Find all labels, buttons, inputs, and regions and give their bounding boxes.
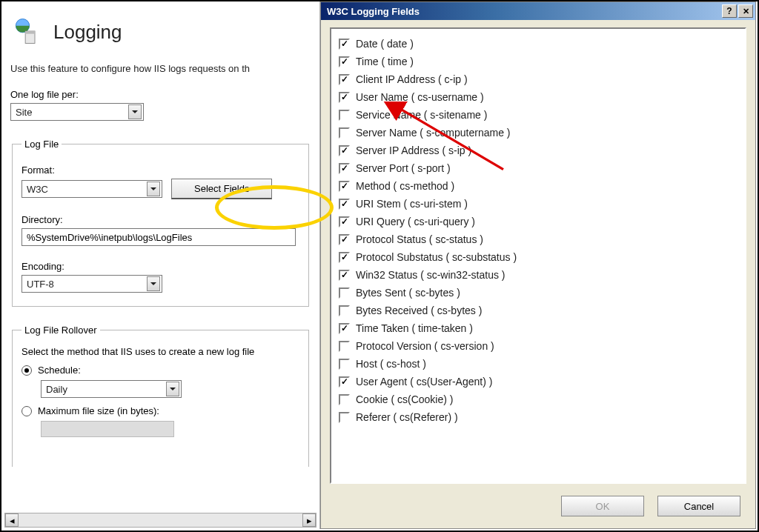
field-checkbox[interactable] — [339, 359, 350, 370]
encoding-dropdown[interactable]: UTF-8 — [21, 275, 162, 293]
field-label: Referer ( cs(Referer) ) — [356, 411, 458, 423]
field-label: Protocol Status ( sc-status ) — [356, 233, 483, 245]
max-size-input — [41, 421, 174, 437]
field-label: Server IP Address ( s-ip ) — [356, 144, 471, 156]
field-row[interactable]: Win32 Status ( sc-win32-status ) — [339, 266, 738, 284]
max-size-label: Maximum file size (in bytes): — [38, 405, 159, 416]
field-row[interactable]: Server Port ( s-port ) — [339, 159, 738, 177]
field-row[interactable]: Bytes Received ( cs-bytes ) — [339, 302, 738, 319]
field-checkbox[interactable] — [339, 412, 350, 423]
field-checkbox[interactable] — [339, 110, 350, 121]
field-checkbox[interactable] — [339, 394, 350, 405]
dialog-title: W3C Logging Fields — [327, 6, 420, 17]
field-label: Cookie ( cs(Cookie) ) — [356, 393, 453, 405]
field-checkbox[interactable] — [339, 92, 350, 103]
chevron-down-icon[interactable] — [166, 382, 179, 396]
field-label: Server Port ( s-port ) — [356, 162, 451, 174]
schedule-dropdown[interactable]: Daily — [41, 380, 182, 398]
field-row[interactable]: Referer ( cs(Referer) ) — [339, 408, 738, 426]
schedule-label: Schedule: — [38, 365, 81, 376]
field-row[interactable]: Time Taken ( time-taken ) — [339, 319, 738, 337]
format-label: Format: — [21, 164, 299, 176]
field-row[interactable]: Bytes Sent ( sc-bytes ) — [339, 284, 738, 302]
field-checkbox[interactable] — [339, 234, 350, 245]
field-row[interactable]: Time ( time ) — [339, 53, 738, 70]
field-row[interactable]: Method ( cs-method ) — [339, 177, 738, 195]
rollover-legend: Log File Rollover — [21, 325, 100, 336]
field-label: Client IP Address ( c-ip ) — [356, 73, 468, 85]
ok-button[interactable]: OK — [561, 496, 644, 516]
field-checkbox[interactable] — [339, 127, 350, 139]
field-checkbox[interactable] — [339, 199, 350, 210]
dialog-titlebar[interactable]: W3C Logging Fields — [321, 2, 755, 20]
fields-list[interactable]: Date ( date )Time ( time )Client IP Addr… — [330, 27, 746, 484]
field-row[interactable]: Host ( cs-host ) — [339, 355, 738, 373]
field-checkbox[interactable] — [339, 56, 350, 67]
directory-input[interactable] — [21, 228, 296, 246]
directory-label: Directory: — [21, 214, 299, 225]
field-row[interactable]: Server IP Address ( s-ip ) — [339, 142, 738, 159]
field-checkbox[interactable] — [339, 74, 350, 85]
scroll-left-icon[interactable]: ◂ — [5, 513, 19, 527]
help-button[interactable] — [722, 4, 737, 18]
format-dropdown[interactable]: W3C — [21, 180, 162, 198]
intro-text: Use this feature to configure how IIS lo… — [10, 63, 311, 74]
one-log-value: Site — [16, 107, 125, 118]
field-checkbox[interactable] — [339, 145, 350, 156]
field-row[interactable]: Protocol Substatus ( sc-substatus ) — [339, 248, 738, 266]
field-label: Server Name ( s-computername ) — [356, 127, 511, 139]
page-title: Logging — [53, 21, 122, 44]
field-row[interactable]: User Agent ( cs(User-Agent) ) — [339, 373, 738, 390]
format-value: W3C — [27, 184, 144, 195]
chevron-down-icon[interactable] — [147, 182, 160, 196]
field-row[interactable]: Protocol Status ( sc-status ) — [339, 230, 738, 248]
cancel-button[interactable]: Cancel — [657, 496, 740, 516]
field-checkbox[interactable] — [339, 181, 350, 192]
field-label: User Name ( cs-username ) — [356, 91, 484, 103]
field-checkbox[interactable] — [339, 323, 350, 334]
field-row[interactable]: Cookie ( cs(Cookie) ) — [339, 390, 738, 408]
field-row[interactable]: Client IP Address ( c-ip ) — [339, 70, 738, 88]
one-log-label: One log file per: — [10, 89, 311, 100]
field-label: Bytes Received ( cs-bytes ) — [356, 305, 482, 316]
encoding-label: Encoding: — [21, 261, 299, 272]
field-label: Protocol Version ( cs-version ) — [356, 340, 494, 352]
field-label: Date ( date ) — [356, 38, 414, 50]
field-checkbox[interactable] — [339, 270, 350, 281]
chevron-down-icon[interactable] — [147, 276, 160, 291]
field-checkbox[interactable] — [339, 163, 350, 174]
field-row[interactable]: Date ( date ) — [339, 35, 738, 53]
log-file-legend: Log File — [21, 139, 62, 150]
select-fields-button[interactable]: Select Fields — [171, 179, 272, 199]
field-row[interactable]: User Name ( cs-username ) — [339, 88, 738, 106]
svg-rect-2 — [25, 31, 35, 34]
field-label: Service Name ( s-sitename ) — [356, 109, 487, 121]
field-checkbox[interactable] — [339, 252, 350, 263]
field-checkbox[interactable] — [339, 341, 350, 352]
field-row[interactable]: URI Query ( cs-uri-query ) — [339, 213, 738, 230]
field-checkbox[interactable] — [339, 287, 350, 299]
field-checkbox[interactable] — [339, 39, 350, 50]
scroll-right-icon[interactable]: ▸ — [302, 513, 316, 527]
rollover-desc: Select the method that IIS uses to creat… — [21, 346, 299, 357]
field-label: Method ( cs-method ) — [356, 180, 454, 192]
field-label: URI Query ( cs-uri-query ) — [356, 216, 475, 227]
field-checkbox[interactable] — [339, 305, 350, 316]
one-log-dropdown[interactable]: Site — [10, 103, 144, 121]
horizontal-scrollbar[interactable]: ◂ ▸ — [4, 513, 316, 528]
radio-schedule[interactable] — [21, 365, 32, 376]
chevron-down-icon[interactable] — [128, 104, 142, 119]
radio-max-size[interactable] — [21, 406, 32, 416]
schedule-value: Daily — [46, 384, 163, 395]
field-label: Time ( time ) — [356, 56, 414, 67]
log-file-group: Log File Format: W3C Select Fields Direc… — [12, 139, 309, 307]
logging-panel: Logging Use this feature to configure ho… — [1, 1, 320, 529]
field-row[interactable]: Protocol Version ( cs-version ) — [339, 337, 738, 355]
field-checkbox[interactable] — [339, 216, 350, 227]
field-row[interactable]: Server Name ( s-computername ) — [339, 124, 738, 142]
field-row[interactable]: Service Name ( s-sitename ) — [339, 106, 738, 124]
close-button[interactable] — [738, 4, 753, 18]
field-label: Protocol Substatus ( sc-substatus ) — [356, 251, 517, 263]
field-checkbox[interactable] — [339, 376, 350, 388]
field-row[interactable]: URI Stem ( cs-uri-stem ) — [339, 195, 738, 213]
